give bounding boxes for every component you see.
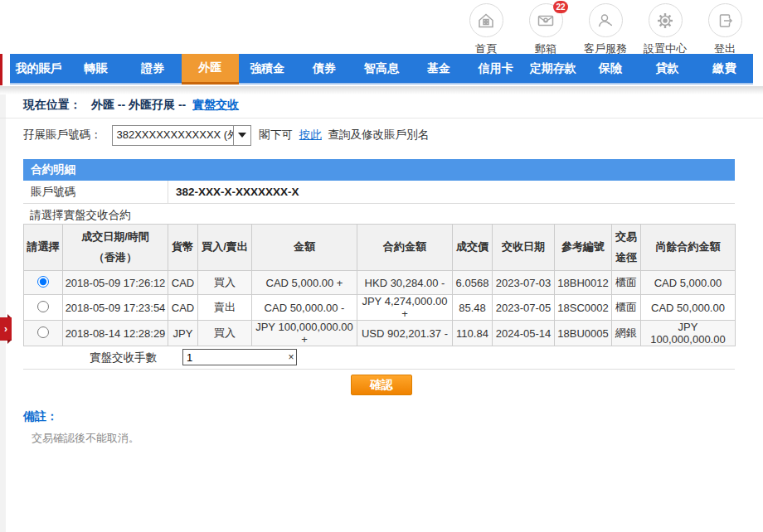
logout-icon <box>708 3 742 37</box>
alias-edit-link[interactable]: 按此 <box>299 128 322 141</box>
col-header-buy-sell: 買入/賣出 <box>198 225 252 271</box>
settings-gear-icon <box>649 3 683 37</box>
cell-currency: JPY <box>168 321 198 346</box>
col-header-remaining-amount: 尚餘合約金額 <box>641 225 736 271</box>
side-panel-expand-tab[interactable]: › <box>0 314 13 344</box>
nav-tab-transfer[interactable]: 轉賬 <box>67 54 124 83</box>
settlement-lots-label: 實盤交收手數 <box>90 346 157 370</box>
contract-radio-3[interactable] <box>37 326 49 338</box>
cell-currency: CAD <box>168 295 198 321</box>
remarks-note: 交易確認後不能取消。 <box>32 431 139 446</box>
cell-contract-amount: HKD 30,284.00 - <box>357 271 453 295</box>
remarks-title: 備註： <box>23 409 58 424</box>
nav-tab-time-deposit[interactable]: 定期存款 <box>524 54 581 83</box>
cell-settlement-date: 2023-07-03 <box>493 271 555 295</box>
mail-icon: 22 <box>529 3 563 37</box>
cell-buy-sell: 買入 <box>198 271 252 295</box>
breadcrumb-prefix: 現在位置： <box>23 98 81 111</box>
mailbox-button[interactable]: 22 郵箱 <box>522 3 569 56</box>
select-contract-prompt: 請選擇實盤交收合約 <box>30 208 131 223</box>
nav-tab-my-accounts[interactable]: 我的賬戶 <box>10 54 67 83</box>
cell-amount: CAD 50,000.00 - <box>252 295 357 321</box>
cell-contract-amount: USD 902,201.37 - <box>357 321 453 346</box>
left-gutter <box>0 93 6 532</box>
select-dropdown-arrow-icon[interactable] <box>233 126 250 145</box>
nav-tab-funds[interactable]: 基金 <box>410 54 467 83</box>
col-header-channel: 交易 途徑 <box>612 225 641 271</box>
cell-datetime: 2018-05-09 17:23:54 <box>63 295 168 321</box>
cell-amount: CAD 5,000.00 + <box>252 271 357 295</box>
cell-reference: 18SC0002 <box>555 295 612 321</box>
contracts-table: 請選擇 成交日期/時間 （香港） 貨幣 買入/賣出 金額 合約金額 成交價 交收… <box>23 224 736 346</box>
customer-service-button[interactable]: 客戶服務 <box>582 3 629 56</box>
col-header-amount: 金額 <box>252 225 357 271</box>
cell-datetime: 2018-05-09 17:26:12 <box>63 271 168 295</box>
cell-currency: CAD <box>168 271 198 295</box>
margin-account-row: 孖展賬戶號碼： 382XXXXXXXXXXXX (外匯孖展賬戶) 閣下可 按此 … <box>23 124 429 146</box>
cell-remaining: JPY 100,000,000.00 <box>641 321 736 346</box>
contract-radio-1[interactable] <box>37 276 49 288</box>
table-row: 2018-05-09 17:26:12 CAD 買入 CAD 5,000.00 … <box>24 271 736 295</box>
confirm-button[interactable]: 確認 <box>351 375 412 395</box>
cell-buy-sell: 買入 <box>198 321 252 346</box>
cell-rate: 85.48 <box>453 295 493 321</box>
nav-edge-accent <box>0 54 2 85</box>
topbar: 首頁 22 郵箱 客戶服務 設置中心 登出 <box>463 3 748 56</box>
cell-rate: 6.0568 <box>453 271 493 295</box>
cell-contract-amount: JPY 4,274,000.00 + <box>357 295 453 321</box>
cell-reference: 18BU0005 <box>555 321 612 346</box>
alias-hint: 閣下可 按此 查詢及修改賬戶別名 <box>260 128 430 143</box>
col-header-currency: 貨幣 <box>168 225 198 271</box>
nav-shadow <box>0 86 763 94</box>
contract-details-header: 合約明細 <box>23 159 735 181</box>
col-header-settlement-date: 交收日期 <box>493 225 555 271</box>
ribbon-fold-bottom <box>7 340 12 344</box>
cell-remaining: CAD 5,000.00 <box>641 271 736 295</box>
unread-count-badge: 22 <box>553 1 567 13</box>
nav-tab-forex-active[interactable]: 外匯 <box>182 54 239 85</box>
nav-tab-securities[interactable]: 證券 <box>124 54 182 83</box>
nav-tab-insurance[interactable]: 保險 <box>581 54 639 83</box>
nav-tab-bonds[interactable]: 債券 <box>296 54 353 83</box>
alias-hint-before: 閣下可 <box>260 128 294 141</box>
account-number-row: 賬戶號碼 382-XXX-X-XXXXXXX-X <box>23 181 735 204</box>
contract-radio-2[interactable] <box>37 301 49 312</box>
home-icon <box>469 3 503 37</box>
cell-settlement-date: 2024-05-14 <box>493 321 555 346</box>
margin-account-select[interactable]: 382XXXXXXXXXXXX (外匯孖展賬戶) <box>112 125 251 146</box>
nav-tab-smart-interest[interactable]: 智高息 <box>353 54 411 83</box>
nav-tab-mpf[interactable]: 強積金 <box>239 54 296 83</box>
breadcrumb: 現在位置： 外匯 -- 外匯孖展 -- 實盤交收 <box>23 98 239 113</box>
section-divider <box>0 118 763 118</box>
cell-amount: JPY 100,000,000.00 + <box>252 321 357 346</box>
customer-service-icon <box>589 3 623 37</box>
nav-tab-bill-payment[interactable]: 繳費 <box>696 54 753 83</box>
col-header-select: 請選擇 <box>24 225 63 271</box>
cell-datetime: 2018-08-14 12:28:29 <box>63 321 168 346</box>
settlement-lots-row: 實盤交收手數 × <box>23 346 735 370</box>
cell-channel: 櫃面 <box>612 271 641 295</box>
settings-button[interactable]: 設置中心 <box>642 3 688 56</box>
clear-input-icon[interactable]: × <box>285 350 297 365</box>
nav-tab-loans[interactable]: 貸款 <box>639 54 696 83</box>
cell-reference: 18BH0012 <box>555 271 612 295</box>
page: 首頁 22 郵箱 客戶服務 設置中心 登出 <box>0 0 763 532</box>
cell-remaining: CAD 50,000.00 <box>641 295 736 321</box>
logout-button[interactable]: 登出 <box>702 3 748 56</box>
table-row: 2018-05-09 17:23:54 CAD 賣出 CAD 50,000.00… <box>24 295 736 321</box>
nav-tab-credit-card[interactable]: 信用卡 <box>467 54 524 83</box>
account-number-value: 382-XXX-X-XXXXXXX-X <box>168 181 735 203</box>
cell-rate: 110.84 <box>453 321 493 346</box>
account-number-label: 賬戶號碼 <box>23 181 168 203</box>
alias-hint-after: 查詢及修改賬戶別名 <box>328 128 430 141</box>
breadcrumb-current-link[interactable]: 實盤交收 <box>192 98 239 111</box>
col-header-deal-datetime: 成交日期/時間 （香港） <box>63 225 168 271</box>
home-button[interactable]: 首頁 <box>463 3 509 56</box>
chevron-right-icon: › <box>0 317 12 341</box>
settlement-lots-input[interactable] <box>182 349 297 365</box>
margin-account-label: 孖展賬戶號碼： <box>23 128 102 143</box>
cell-channel: 網銀 <box>612 321 641 346</box>
main-nav: 我的賬戶 轉賬 證券 外匯 強積金 債券 智高息 基金 信用卡 定期存款 保險 … <box>10 54 753 85</box>
table-row: 2018-08-14 12:28:29 JPY 買入 JPY 100,000,0… <box>24 321 736 346</box>
cell-settlement-date: 2023-07-05 <box>493 295 555 321</box>
